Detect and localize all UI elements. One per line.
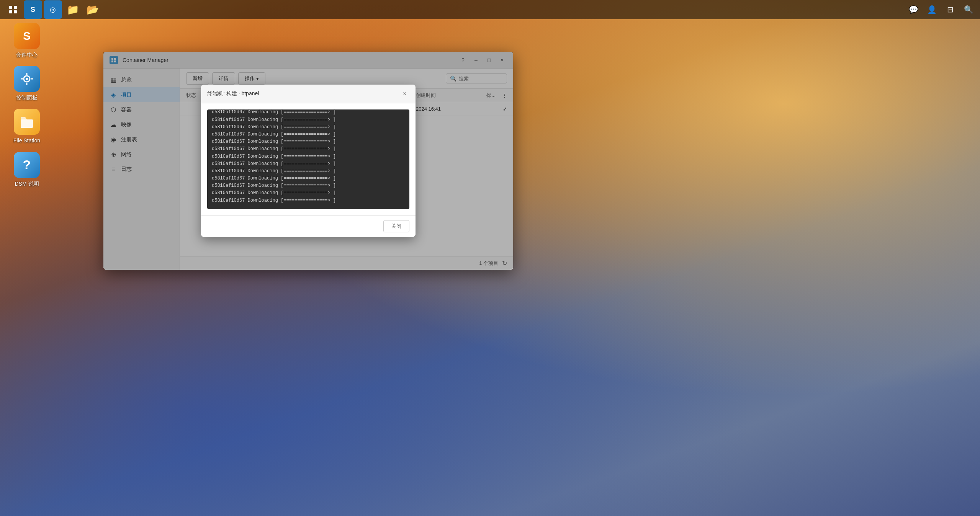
- modal-close-btn[interactable]: 关闭: [383, 220, 409, 232]
- terminal-line: d5810af10d67 Downloading [==============…: [212, 160, 405, 168]
- taskbar-left: S ◎ 📁 📂: [4, 0, 102, 19]
- terminal-line: d5810af10d67 Downloading [==============…: [212, 197, 405, 204]
- desktop-icon-control-panel[interactable]: 控制面板: [8, 66, 46, 101]
- terminal-line: d5810af10d67 Downloading [==============…: [212, 131, 405, 138]
- terminal-line: d5810af10d67 Downloading [==============…: [212, 182, 405, 189]
- terminal-line: d5810af10d67 Downloading [==============…: [212, 175, 405, 182]
- modal-overlay: 终端机: 构建 · btpanel × d5810af10d67 Downloa…: [103, 69, 513, 270]
- taskbar: S ◎ 📁 📂 💬 👤 ⊟ 🔍: [0, 0, 980, 19]
- desktop-icon-package-center[interactable]: S 套件中心: [8, 23, 46, 58]
- taskbar-search-icon[interactable]: 🔍: [961, 2, 976, 17]
- svg-rect-1: [14, 6, 17, 9]
- taskbar-synology-icon[interactable]: S: [24, 0, 42, 19]
- modal-body: d5810af10d67 Downloading [==============…: [201, 103, 416, 215]
- desktop: S ◎ 📁 📂 💬 👤 ⊟ 🔍 S 套件中心: [0, 0, 980, 516]
- terminal-line: d5810af10d67 Downloading [==============…: [212, 138, 405, 145]
- desktop-icon-file-station[interactable]: File Station: [8, 109, 46, 144]
- file-station-label: File Station: [13, 137, 40, 144]
- terminal-line: d5810af10d67 Downloading [==============…: [212, 145, 405, 153]
- modal-close-button[interactable]: ×: [400, 89, 409, 98]
- terminal-line: d5810af10d67 Downloading [==============…: [212, 189, 405, 197]
- terminal-line: d5810af10d67 Downloading [==============…: [212, 168, 405, 175]
- taskbar-folder-icon[interactable]: 📁: [64, 0, 82, 19]
- terminal-modal: 终端机: 构建 · btpanel × d5810af10d67 Downloa…: [201, 85, 416, 237]
- modal-footer: 关闭: [201, 215, 416, 237]
- taskbar-grid-icon[interactable]: [4, 0, 22, 19]
- svg-rect-10: [21, 119, 33, 128]
- container-manager-window: Container Manager ? – □ × ▦ 总览 ◈ 项目: [103, 52, 513, 270]
- desktop-icons: S 套件中心 控制面板: [8, 23, 46, 187]
- package-center-label: 套件中心: [16, 51, 38, 58]
- terminal-line: d5810af10d67 Downloading [==============…: [212, 116, 405, 124]
- svg-point-5: [26, 78, 28, 80]
- terminal-output: d5810af10d67 Downloading [==============…: [207, 109, 409, 209]
- modal-title: 终端机: 构建 · btpanel: [207, 90, 400, 97]
- main-content: 新增 详情 操作 ▾ 🔍 状态 名称 路径 容器: [180, 69, 513, 270]
- taskbar-right: 💬 👤 ⊟ 🔍: [906, 2, 976, 17]
- svg-rect-3: [14, 10, 17, 13]
- window-body: ▦ 总览 ◈ 项目 ⬡ 容器 ☁ 映像 ◉ 注册表: [103, 69, 513, 270]
- terminal-line: d5810af10d67 Downloading [==============…: [212, 124, 405, 131]
- modal-header: 终端机: 构建 · btpanel ×: [201, 85, 416, 103]
- dsm-help-label: DSM 说明: [15, 180, 39, 187]
- svg-rect-0: [9, 6, 12, 9]
- terminal-line: d5810af10d67 Downloading [==============…: [212, 109, 405, 116]
- desktop-icon-dsm-help[interactable]: ? DSM 说明: [8, 152, 46, 187]
- control-panel-label: 控制面板: [16, 94, 38, 101]
- taskbar-user-icon[interactable]: 👤: [924, 2, 939, 17]
- taskbar-chat-icon[interactable]: 💬: [906, 2, 921, 17]
- terminal-line: d5810af10d67 Downloading [==============…: [212, 153, 405, 160]
- taskbar-blue-app-icon[interactable]: ◎: [44, 0, 62, 19]
- taskbar-folder2-icon[interactable]: 📂: [83, 0, 102, 19]
- taskbar-grid2-icon[interactable]: ⊟: [942, 2, 958, 17]
- svg-rect-2: [9, 10, 12, 13]
